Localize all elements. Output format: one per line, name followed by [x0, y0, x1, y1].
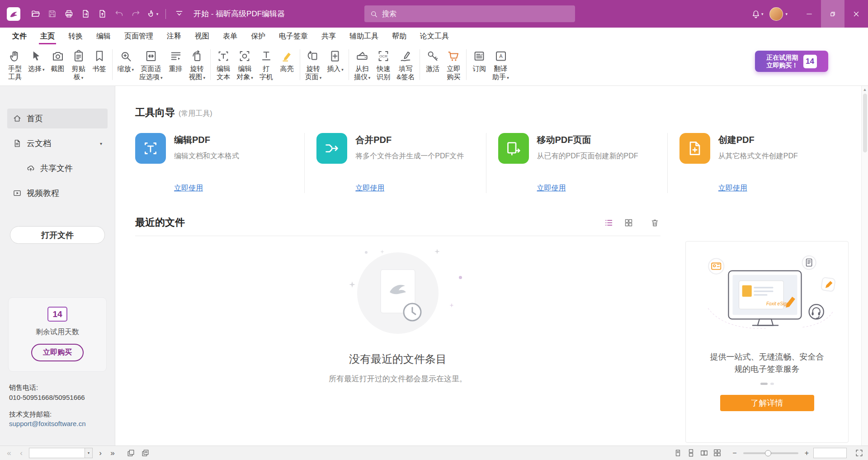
sidebar-item-cloud-docs[interactable]: 云文档▾	[7, 133, 108, 153]
share-button[interactable]	[94, 6, 110, 22]
ribbon-clipboard[interactable]: 剪贴 板▾	[68, 47, 89, 85]
trial-purchase-badge[interactable]: 正在试用期 立即购买！ 14	[755, 51, 828, 72]
menu-item-share[interactable]: 共享	[315, 28, 343, 44]
zoom-slider[interactable]	[743, 452, 798, 454]
scroll-up-icon[interactable]: ▲	[863, 87, 867, 92]
trial-box-label: 剩余试用天数	[36, 327, 79, 337]
print-button[interactable]	[61, 6, 76, 22]
ribbon-from-scanner[interactable]: 从扫 描仪▾	[351, 47, 373, 85]
ribbon-activate[interactable]: 激活	[422, 47, 443, 85]
page-number-input[interactable]	[29, 448, 85, 458]
menu-item-esign[interactable]: 电子签章	[272, 28, 315, 44]
zoom-slider-thumb[interactable]	[765, 450, 771, 456]
edit-pdf-icon-tile[interactable]	[135, 133, 166, 164]
last-page-button[interactable]: »	[108, 449, 117, 458]
menu-item-file[interactable]: 文件	[5, 28, 33, 44]
account-menu[interactable]: ▾	[769, 7, 788, 21]
close-button[interactable]	[844, 0, 868, 28]
page-dropdown-caret-icon[interactable]: ▾	[85, 448, 92, 458]
open-file-button[interactable]: 打开文件	[10, 226, 105, 244]
ribbon-fill-and-sign[interactable]: 填写 &签名	[394, 47, 417, 85]
save-button[interactable]	[44, 6, 60, 22]
minimize-button[interactable]	[797, 0, 821, 28]
support-email-link[interactable]: support@foxitsoftware.cn	[9, 419, 106, 429]
move-pdf-pages-icon-tile[interactable]	[498, 133, 529, 164]
ribbon-insert[interactable]: 插入▾	[324, 47, 346, 85]
fullscreen-button[interactable]	[855, 449, 863, 457]
ribbon-bookmark[interactable]: 书签	[89, 47, 110, 85]
ribbon-edit-object[interactable]: 编辑 对象▾	[234, 47, 256, 85]
menu-item-paper-tools[interactable]: 论文工具	[413, 28, 456, 44]
close-icon-wrap	[852, 10, 860, 18]
redo-button[interactable]	[128, 6, 143, 22]
ribbon-rotate-view[interactable]: 旋转 视图▾	[186, 47, 208, 85]
grid-view-button[interactable]	[623, 217, 634, 228]
continuous-facing-view-button[interactable]	[713, 449, 722, 457]
undo-button[interactable]	[111, 6, 127, 22]
open-file-button[interactable]	[28, 6, 43, 22]
learn-more-button[interactable]: 了解详情	[720, 395, 814, 411]
first-page-button[interactable]: «	[5, 449, 14, 458]
use-now-link-create-pdf[interactable]: 立即使用	[718, 184, 747, 193]
sidebar-item-shared-files[interactable]: 共享文件	[7, 158, 108, 178]
sidebar-item-home[interactable]: 首页	[7, 109, 108, 128]
zoom-percent-input[interactable]	[813, 448, 847, 458]
merge-pdf-icon-tile[interactable]	[316, 133, 347, 164]
use-now-link-move-pdf-pages[interactable]: 立即使用	[537, 184, 566, 193]
list-view-button[interactable]	[603, 217, 614, 228]
support-label: 技术支持邮箱:	[9, 409, 106, 419]
menu-item-convert[interactable]: 转换	[61, 28, 90, 44]
menu-item-form[interactable]: 表单	[216, 28, 244, 44]
ribbon-typewriter[interactable]: 打 字机	[256, 47, 277, 85]
menu-item-edit[interactable]: 编辑	[90, 28, 118, 44]
carousel-dot-active[interactable]	[760, 383, 768, 385]
menu-item-home[interactable]: 主页	[33, 28, 61, 44]
buy-now-button[interactable]: 立即购买	[31, 344, 84, 361]
sidebar-item-video-tutorials[interactable]: 视频教程	[7, 183, 108, 203]
clipboard-snapshot-button[interactable]	[141, 449, 150, 457]
ribbon-quick-ocr[interactable]: OCR快速 识别	[373, 47, 394, 85]
scrollbar-thumb[interactable]	[863, 94, 867, 152]
menu-item-accessibility-tools[interactable]: 辅助工具	[343, 28, 385, 44]
ribbon-reflow[interactable]: 重排	[165, 47, 186, 85]
export-button[interactable]	[78, 6, 93, 22]
restore-button[interactable]	[821, 0, 844, 28]
zoom-out-button[interactable]: −	[732, 449, 736, 457]
next-page-button[interactable]: ›	[96, 449, 105, 458]
global-search[interactable]	[364, 5, 575, 22]
snapshot-button[interactable]	[127, 449, 135, 457]
prev-page-button[interactable]: ‹	[17, 449, 26, 458]
zoom-in-button[interactable]: +	[805, 449, 809, 457]
ribbon-highlight[interactable]: 高亮	[277, 47, 297, 85]
ribbon-select[interactable]: 选择▾	[25, 47, 47, 85]
ribbon-fit-page-options[interactable]: 页面适 应选项▾	[137, 47, 165, 85]
use-now-link-merge-pdf[interactable]: 立即使用	[355, 184, 384, 193]
ribbon-hand-tool[interactable]: 手型 工具	[5, 47, 25, 85]
ribbon-subscribe[interactable]: 订阅	[469, 47, 490, 85]
menu-item-page-management[interactable]: 页面管理	[118, 28, 160, 44]
single-page-view-button[interactable]	[674, 449, 682, 457]
ribbon-label-reflow: 重排	[169, 65, 183, 73]
collapse-ribbon-button[interactable]	[171, 6, 187, 22]
carousel-dot[interactable]	[770, 383, 774, 385]
menu-item-help[interactable]: 帮助	[385, 28, 413, 44]
vertical-scrollbar[interactable]: ▲	[861, 86, 868, 446]
touch-mode-button[interactable]: ▾	[145, 6, 160, 22]
create-pdf-icon-tile[interactable]	[679, 133, 710, 164]
ribbon-zoom[interactable]: 缩放▾	[115, 47, 137, 85]
facing-view-button[interactable]	[700, 449, 708, 457]
menu-item-view[interactable]: 视图	[188, 28, 216, 44]
use-now-link-edit-pdf[interactable]: 立即使用	[174, 184, 203, 193]
continuous-view-button[interactable]	[687, 449, 695, 457]
notifications-button[interactable]: ▾	[751, 9, 764, 19]
menu-item-comment[interactable]: 注释	[160, 28, 188, 44]
ribbon-rotate-pages[interactable]: 旋转 页面▾	[302, 47, 325, 85]
card-edit-pdf: 编辑PDF编辑文档和文本格式立即使用	[135, 133, 304, 193]
ribbon-buy-now[interactable]: 立即 购买	[443, 47, 464, 85]
ribbon-translate-assistant[interactable]: A翻译 助手▾	[490, 47, 512, 85]
menu-item-protect[interactable]: 保护	[244, 28, 272, 44]
ribbon-snapshot[interactable]: 截图	[47, 47, 68, 85]
search-input[interactable]	[382, 10, 570, 18]
clear-recent-button[interactable]	[649, 217, 660, 228]
ribbon-edit-text[interactable]: 编辑 文本	[213, 47, 234, 85]
